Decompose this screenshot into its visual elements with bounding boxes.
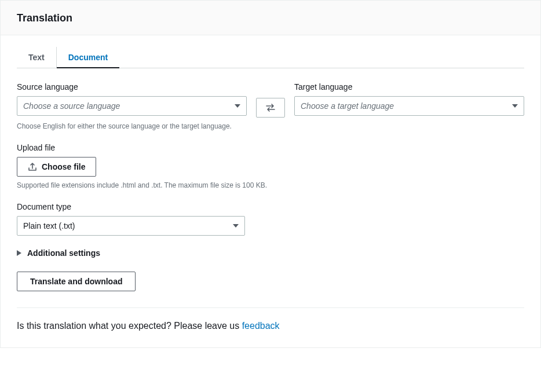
translate-download-button[interactable]: Translate and download (17, 272, 136, 291)
translate-download-label: Translate and download (30, 277, 122, 286)
language-row: Source language Choose a source language (17, 82, 524, 118)
tabs: Text Document (17, 47, 524, 68)
additional-settings-label: Additional settings (27, 248, 100, 258)
upload-section: Upload file Choose file Supported file e… (17, 143, 524, 189)
panel-header: Translation (1, 1, 540, 35)
target-language-placeholder: Choose a target language (301, 101, 394, 111)
target-language-col: Target language Choose a target language (294, 82, 524, 116)
tab-document-label: Document (68, 53, 108, 62)
swap-languages-button[interactable] (256, 98, 285, 118)
feedback-row: Is this translation what you expected? P… (17, 321, 524, 331)
source-language-placeholder: Choose a source language (23, 101, 120, 111)
source-language-helper: Choose English for either the source lan… (17, 122, 524, 130)
source-language-col: Source language Choose a source language (17, 82, 247, 116)
caret-right-icon (17, 250, 21, 256)
caret-down-icon (235, 104, 240, 108)
translation-panel: Translation Text Document Source languag… (0, 0, 541, 348)
page-title: Translation (17, 12, 524, 24)
upload-helper: Supported file extensions include .html … (17, 181, 524, 189)
feedback-prefix: Is this translation what you expected? P… (17, 321, 242, 331)
tab-text[interactable]: Text (17, 47, 57, 68)
choose-file-label: Choose file (42, 162, 85, 171)
target-language-label: Target language (294, 82, 524, 91)
additional-settings-toggle[interactable]: Additional settings (17, 248, 524, 258)
upload-file-label: Upload file (17, 143, 524, 152)
swap-icon (266, 104, 275, 112)
document-type-value: Plain text (.txt) (23, 221, 75, 230)
document-type-select[interactable]: Plain text (.txt) (17, 216, 245, 236)
upload-icon (28, 162, 37, 171)
tab-text-label: Text (28, 53, 45, 62)
choose-file-button[interactable]: Choose file (17, 157, 96, 177)
source-language-select[interactable]: Choose a source language (17, 96, 247, 116)
panel-content: Text Document Source language Choose a s… (1, 35, 540, 347)
divider (17, 307, 524, 308)
caret-down-icon (233, 224, 239, 228)
tab-document[interactable]: Document (57, 47, 119, 68)
feedback-link[interactable]: feedback (242, 321, 280, 331)
caret-down-icon (512, 104, 518, 108)
source-language-label: Source language (17, 82, 247, 91)
document-type-label: Document type (17, 202, 524, 211)
document-type-section: Document type Plain text (.txt) (17, 202, 524, 236)
target-language-select[interactable]: Choose a target language (294, 96, 524, 116)
